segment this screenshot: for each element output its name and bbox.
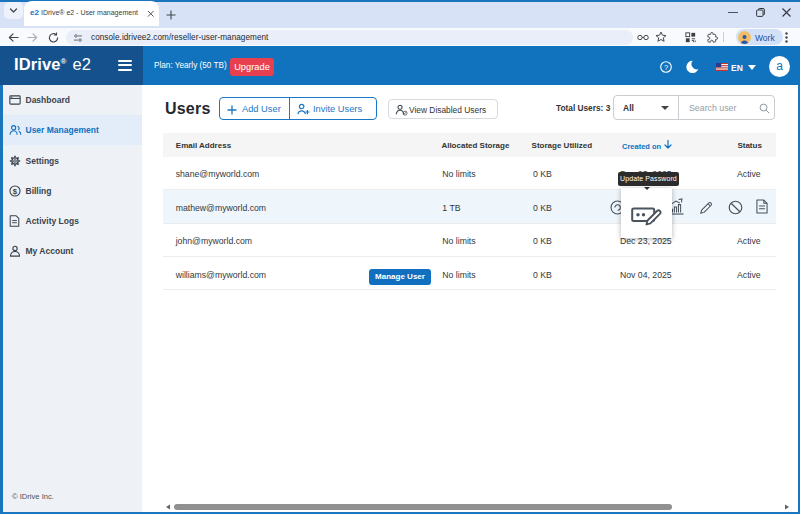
svg-text:?: ?	[664, 63, 668, 72]
svg-text:$: $	[13, 186, 18, 195]
